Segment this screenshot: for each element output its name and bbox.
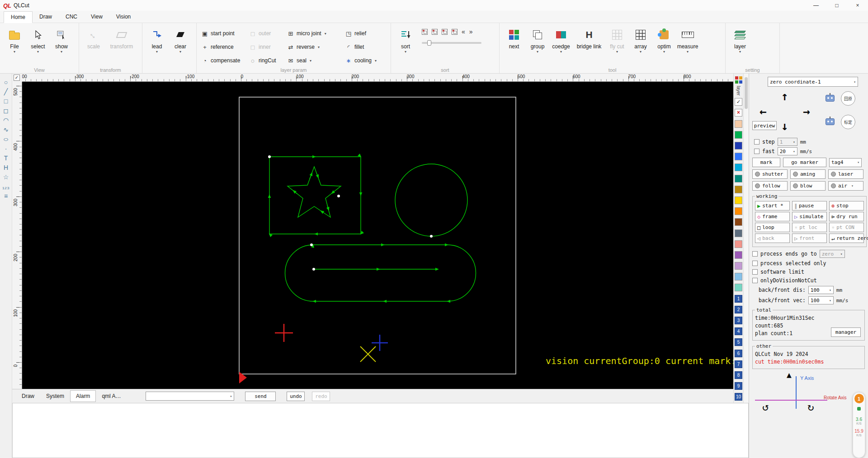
command-combobox[interactable]: ▾ — [146, 392, 234, 401]
layer-color-swatch[interactable] — [735, 273, 742, 280]
return-origin-button[interactable]: 回原 — [841, 91, 855, 106]
fast-checkbox[interactable] — [754, 149, 760, 154]
menu-tab-vision[interactable]: Vision — [109, 11, 137, 23]
layer-palette-icon[interactable] — [735, 76, 742, 84]
back-button[interactable]: ◁back — [755, 234, 790, 243]
tool-curve[interactable]: ∿ — [1, 125, 11, 134]
tool-line[interactable]: ╱ — [1, 87, 11, 96]
show-button[interactable]: show ▾ — [50, 25, 73, 53]
laser-toggle[interactable]: laser — [828, 169, 863, 179]
tool-number[interactable]: ₁₂₃ — [1, 182, 11, 191]
frame-button[interactable]: ◇frame — [755, 212, 790, 221]
shutter-toggle[interactable]: shutter — [752, 169, 788, 179]
layer-disable-icon[interactable]: × — [735, 109, 742, 117]
only-vision-checkbox[interactable] — [752, 278, 758, 283]
layer-number-6[interactable]: 6 — [735, 350, 742, 357]
menu-tab-home[interactable]: Home — [4, 11, 33, 23]
array-button[interactable]: array ▾ — [629, 25, 652, 53]
manager-button[interactable]: manager — [831, 327, 861, 337]
coordinate-select[interactable]: zero coordinate-1 ▾ — [768, 77, 858, 87]
net-speed-widget[interactable]: 1 3.6K/S 15.9K/S — [853, 392, 865, 458]
layer-color-swatch[interactable] — [735, 218, 742, 226]
layer-number-4[interactable]: 4 — [735, 327, 742, 335]
return-zero-button[interactable]: ↵return zero — [829, 234, 864, 243]
redo-button[interactable]: redo — [312, 392, 330, 401]
tool-rectangle[interactable]: □ — [1, 96, 11, 106]
transform-button[interactable]: transform — [105, 25, 138, 50]
tool-text[interactable]: T — [1, 153, 11, 163]
layer-color-swatch[interactable] — [735, 153, 742, 160]
blow-toggle[interactable]: blow — [790, 181, 826, 191]
layer-color-swatch[interactable] — [735, 284, 742, 291]
layer-color-swatch[interactable] — [735, 196, 742, 204]
layer-number-2[interactable]: 2 — [735, 306, 742, 313]
outer-button[interactable]: ◻outer — [247, 30, 285, 37]
go-marker-button[interactable]: go marker — [783, 158, 826, 167]
undo-button[interactable]: undo — [287, 392, 305, 401]
stop-button[interactable]: ⊗stop — [829, 201, 864, 210]
rotate-ccw-icon[interactable]: ↺ — [762, 401, 769, 413]
bottom-tab-alarm[interactable]: Alarm — [70, 390, 96, 402]
step-checkbox[interactable] — [754, 139, 760, 145]
layer-color-swatch[interactable] — [735, 120, 742, 128]
layer-number-1[interactable]: 1 — [735, 295, 742, 303]
pt-con-button[interactable]: ◦pt CON — [829, 223, 864, 232]
jog-right-button[interactable]: → — [803, 106, 810, 117]
bottom-tab-system[interactable]: System — [40, 390, 70, 402]
layer-color-swatch[interactable] — [735, 186, 742, 193]
ruler-origin-checkbox[interactable]: ✓ — [14, 75, 20, 81]
layer-color-swatch[interactable] — [735, 131, 742, 139]
layer-color-swatch[interactable] — [735, 207, 742, 215]
reference-button[interactable]: +reference — [199, 44, 247, 51]
fillet-button[interactable]: ◜fillet — [343, 44, 387, 51]
clear-button[interactable]: clear ▾ — [169, 25, 192, 53]
layer-color-swatch[interactable] — [735, 262, 742, 270]
tool-rounded-rectangle[interactable]: ◻ — [1, 106, 11, 115]
jog-left-button[interactable]: ← — [760, 106, 767, 117]
layer-color-swatch[interactable] — [735, 142, 742, 150]
bridge-link-button[interactable]: H bridge link — [573, 25, 605, 50]
measure-button[interactable]: measure ▾ — [676, 25, 699, 53]
bottom-tab-qml-a-[interactable]: qml A… — [96, 390, 127, 402]
layer-color-swatch[interactable] — [735, 251, 742, 259]
sort-order-1-icon[interactable] — [422, 29, 428, 35]
reverse-button[interactable]: ⇄reverse▾ — [285, 44, 343, 51]
layer-color-swatch[interactable] — [735, 164, 742, 171]
layer-visible-checkbox[interactable]: ✓ — [735, 98, 742, 106]
layer-button[interactable]: layer ▾ — [728, 25, 752, 53]
drawing-canvas[interactable]: vision currentGroup:0 current mark: 0 — [22, 82, 733, 389]
jog-up-button[interactable]: ↑ — [781, 90, 788, 102]
back-front-dis-select[interactable]: 100▾ — [808, 286, 834, 294]
start-button[interactable]: ▶start * — [755, 201, 790, 210]
relief-button[interactable]: ◳relief — [343, 30, 387, 37]
select-button[interactable]: select ▾ — [26, 25, 50, 53]
pause-button[interactable]: ∥pause — [792, 201, 827, 210]
simulate-button[interactable]: ▷simulate — [792, 212, 827, 221]
process-ends-checkbox[interactable] — [752, 251, 758, 257]
rotate-cw-icon[interactable]: ↻ — [807, 401, 814, 413]
software-limit-checkbox[interactable] — [752, 269, 758, 275]
close-button[interactable]: × — [847, 0, 868, 11]
seal-button[interactable]: ✉seal▾ — [285, 57, 343, 64]
menu-tab-view[interactable]: View — [84, 11, 109, 23]
tool-list[interactable]: ≡ — [1, 191, 11, 201]
lead-button[interactable]: lead ▾ — [145, 25, 169, 53]
file-button[interactable]: File ▾ — [3, 25, 26, 53]
scale-button[interactable]: ↔ scale — [82, 25, 105, 50]
layer-number-8[interactable]: 8 — [735, 371, 742, 379]
jog-down-button[interactable]: ↓ — [781, 120, 788, 132]
front-button[interactable]: ▷front — [792, 234, 827, 243]
aming-toggle[interactable]: aming — [790, 169, 826, 179]
layer-color-swatch[interactable] — [735, 240, 742, 248]
menu-tab-cnc[interactable]: CNC — [59, 11, 84, 23]
layer-number-7[interactable]: 7 — [735, 360, 742, 368]
mark-button[interactable]: mark — [752, 158, 780, 167]
menu-tab-draw[interactable]: Draw — [33, 11, 59, 23]
layer-color-swatch[interactable] — [735, 229, 742, 237]
tool-ellipse[interactable]: ○ — [0, 134, 13, 144]
layer-number-5[interactable]: 5 — [735, 338, 742, 346]
optim-button[interactable]: optim ▾ — [652, 25, 676, 53]
process-ends-target-select[interactable]: zero▾ — [820, 250, 845, 258]
preview-button[interactable]: preview — [752, 121, 777, 130]
tool-star[interactable]: ☆ — [1, 172, 11, 182]
